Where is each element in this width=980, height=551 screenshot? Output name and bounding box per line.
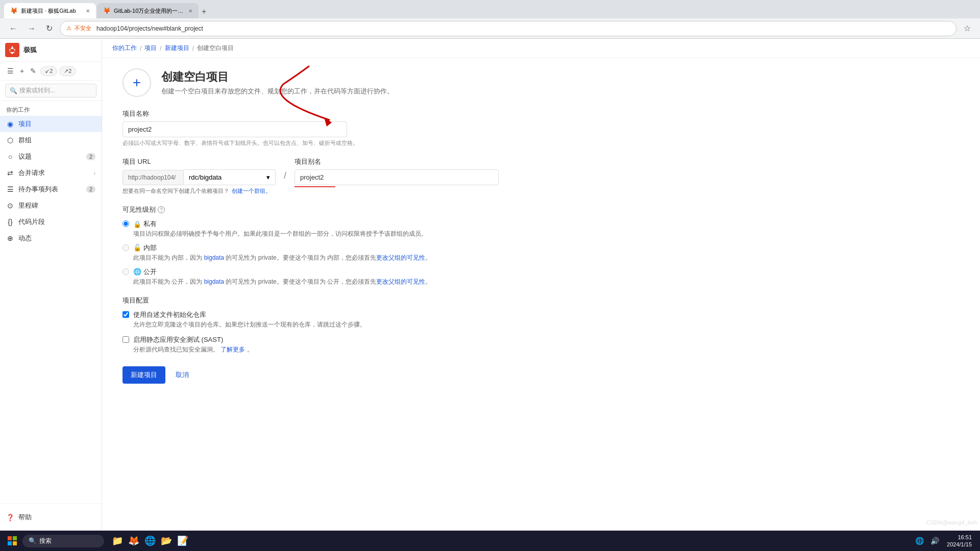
radio-internal-label[interactable]: 🔓 内部 bbox=[133, 243, 431, 253]
radio-item-public: 🌐 公开 此项目不能为 公开，因为 bigdata 的可见性为 private。… bbox=[122, 267, 541, 286]
url-field-wrapper: rdc/bigdata ▾ bbox=[122, 169, 276, 185]
breadcrumb-item-projects[interactable]: 项目 bbox=[144, 44, 157, 53]
tab2-favicon: 🦊 bbox=[103, 7, 111, 14]
radio-private-content: 🔒 私有 项目访问权限必须明确授予予每个用户。如果此项目是一个群组的一部分，访问… bbox=[133, 219, 427, 238]
checkbox-item-init: 使用自述文件初始化仓库 允许您立即克隆这个项目的仓库。如果您计划推送一个现有的仓… bbox=[122, 310, 541, 329]
browser-tabs: 🦊 新建项目 · 极狐GitLab ✕ 🦊 GitLab-10万企业使用的一站式… bbox=[4, 0, 208, 18]
url-display: hadoop104/projects/new#blank_project bbox=[96, 25, 203, 32]
counter-badge-2[interactable]: ↗ 2 bbox=[59, 66, 76, 76]
visibility-title: 可见性级别 ? bbox=[122, 205, 541, 214]
sidebar-brand-label: 极狐 bbox=[23, 45, 37, 55]
radio-private-label[interactable]: 🔒 私有 bbox=[133, 219, 427, 229]
counter1-icon: ↙ bbox=[45, 68, 50, 74]
bookmark-button[interactable]: ☆ bbox=[961, 21, 974, 35]
tab2-close-btn[interactable]: ✕ bbox=[188, 8, 192, 14]
sidebar-add-btn[interactable]: + bbox=[18, 65, 26, 77]
slug-underline bbox=[295, 186, 335, 187]
url-bar[interactable]: ⚠ 不安全 hadoop104/projects/new#blank_proje… bbox=[60, 21, 957, 36]
project-slug-label: 项目别名 bbox=[295, 157, 541, 166]
sidebar-item-activity[interactable]: ⊕ 动态 bbox=[0, 230, 102, 246]
tab-favicon: 🦊 bbox=[10, 7, 18, 14]
url-prefix-input[interactable] bbox=[122, 170, 184, 185]
page-header: + 创建空白项目 创建一个空白项目来存放您的文件、规划您的工作，并在代码等方面进… bbox=[122, 68, 541, 97]
sidebar-toggle-btn[interactable]: ☰ bbox=[5, 65, 16, 77]
checkbox-sast-label[interactable]: 启用静态应用安全测试 (SAST) bbox=[133, 336, 223, 343]
sidebar-item-projects[interactable]: ◉ 项目 bbox=[0, 116, 102, 132]
breadcrumb-sep-2: / bbox=[160, 45, 161, 52]
counter1-value: 2 bbox=[50, 68, 53, 74]
breadcrumb-sep-3: / bbox=[192, 45, 194, 52]
checkbox-init-label[interactable]: 使用自述文件初始化仓库 bbox=[133, 311, 206, 318]
tab-active[interactable]: 🦊 新建项目 · 极狐GitLab ✕ bbox=[4, 3, 96, 18]
counter2-value: 2 bbox=[68, 68, 71, 74]
page-title: 创建空白项目 bbox=[161, 69, 394, 85]
radio-public[interactable] bbox=[122, 268, 129, 275]
main-content: 你的工作 / 项目 / 新建项目 / 创建空白项目 + 创建空白项目 创建一个空… bbox=[102, 39, 980, 531]
url-group: 项目 URL rdc/bigdata ▾ 想要在同一命名空间下创建几个依赖项目？… bbox=[122, 157, 276, 195]
sidebar-item-groups-label: 群组 bbox=[18, 136, 32, 145]
sidebar-item-merge[interactable]: ⇄ 合并请求 › bbox=[0, 165, 102, 181]
tab-label: 新建项目 · 极狐GitLab bbox=[21, 7, 76, 15]
url-slash-separator: / bbox=[284, 157, 286, 181]
radio-internal-content: 🔓 内部 此项目不能为 内部，因为 bigdata 的可见性为 private。… bbox=[133, 243, 431, 262]
tab-inactive[interactable]: 🦊 GitLab-10万企业使用的一站式... ✕ bbox=[97, 3, 199, 18]
sidebar-search-btn[interactable]: ✎ bbox=[28, 65, 38, 77]
project-slug-input[interactable] bbox=[295, 169, 499, 185]
checkbox-init-content: 使用自述文件初始化仓库 允许您立即克隆这个项目的仓库。如果您计划推送一个现有的仓… bbox=[133, 310, 366, 329]
sidebar-item-snippets-label: 代码片段 bbox=[18, 217, 45, 227]
url-namespace-dropdown[interactable]: rdc/bigdata ▾ bbox=[184, 169, 276, 185]
radio-public-content: 🌐 公开 此项目不能为 公开，因为 bigdata 的可见性为 private。… bbox=[133, 267, 431, 286]
activity-icon: ⊕ bbox=[6, 234, 14, 242]
radio-private[interactable] bbox=[122, 220, 129, 227]
forward-button[interactable]: → bbox=[24, 22, 39, 35]
issues-icon: ○ bbox=[6, 153, 14, 161]
internal-change-visibility-link[interactable]: 更改父组的可见性 bbox=[376, 254, 425, 261]
reload-button[interactable]: ↻ bbox=[43, 21, 56, 35]
csdn-watermark: CSDN@wang4_boh bbox=[923, 518, 980, 527]
page-body: + 创建空白项目 创建一个空白项目来存放您的文件、规划您的工作，并在代码等方面进… bbox=[102, 58, 561, 394]
radio-internal[interactable] bbox=[122, 244, 129, 251]
tab-close-btn[interactable]: ✕ bbox=[86, 8, 90, 14]
create-group-link[interactable]: 创建一个群组。 bbox=[232, 188, 271, 194]
learn-more-link[interactable]: 了解更多 bbox=[220, 346, 245, 353]
visibility-info-icon[interactable]: ? bbox=[158, 206, 165, 213]
search-field[interactable]: 🔍 搜索或转到... bbox=[5, 84, 96, 97]
new-tab-button[interactable]: + bbox=[200, 5, 208, 18]
radio-item-internal: 🔓 内部 此项目不能为 内部，因为 bigdata 的可见性为 private。… bbox=[122, 243, 541, 262]
todos-badge: 2 bbox=[86, 186, 95, 193]
url-hint: 想要在同一命名空间下创建几个依赖项目？ 创建一个群组。 bbox=[122, 187, 276, 195]
public-bigdata-link[interactable]: bigdata bbox=[204, 278, 224, 285]
project-name-input[interactable] bbox=[122, 121, 347, 137]
radio-item-private: 🔒 私有 项目访问权限必须明确授予予每个用户。如果此项目是一个群组的一部分，访问… bbox=[122, 219, 541, 238]
counter-badge-1[interactable]: ↙ 2 bbox=[40, 66, 57, 76]
search-box: 🔍 搜索或转到... bbox=[0, 81, 102, 101]
radio-group: 🔒 私有 项目访问权限必须明确授予予每个用户。如果此项目是一个群组的一部分，访问… bbox=[122, 219, 541, 286]
dropdown-arrow-icon: ▾ bbox=[266, 173, 270, 181]
checkbox-sast[interactable] bbox=[122, 336, 129, 343]
cancel-button[interactable]: 取消 bbox=[170, 366, 194, 384]
internal-bigdata-link[interactable]: bigdata bbox=[204, 254, 224, 261]
sidebar-item-snippets[interactable]: {} 代码片段 bbox=[0, 214, 102, 230]
checkbox-init[interactable] bbox=[122, 311, 129, 318]
sidebar-item-issues[interactable]: ○ 议题 2 bbox=[0, 148, 102, 165]
project-name-label: 项目名称 bbox=[122, 109, 541, 118]
back-button[interactable]: ← bbox=[6, 22, 20, 35]
page-subtitle: 创建一个空白项目来存放您的文件、规划您的工作，并在代码等方面进行协作。 bbox=[161, 87, 394, 96]
milestones-icon: ⊙ bbox=[6, 202, 14, 210]
sidebar-item-groups[interactable]: ⬡ 群组 bbox=[0, 132, 102, 148]
url-row: 项目 URL rdc/bigdata ▾ 想要在同一命名空间下创建几个依赖项目？… bbox=[122, 157, 541, 195]
url-namespace-value: rdc/bigdata bbox=[189, 173, 222, 181]
public-change-visibility-link[interactable]: 更改父组的可见性 bbox=[376, 278, 425, 285]
sidebar-item-milestones[interactable]: ⊙ 里程碑 bbox=[0, 197, 102, 214]
name-field-wrapper bbox=[122, 121, 541, 137]
radio-public-label[interactable]: 🌐 公开 bbox=[133, 267, 431, 277]
breadcrumb-item-new[interactable]: 新建项目 bbox=[165, 44, 189, 53]
snippets-icon: {} bbox=[6, 218, 14, 226]
breadcrumb-item-work[interactable]: 你的工作 bbox=[112, 44, 137, 53]
submit-button[interactable]: 新建项目 bbox=[122, 366, 165, 384]
sidebar-item-todos[interactable]: ☰ 待办事项列表 2 bbox=[0, 181, 102, 197]
address-bar: ← → ↻ ⚠ 不安全 hadoop104/projects/new#blank… bbox=[0, 18, 980, 39]
project-name-hint: 必须以小写或大写字母、数字、表情符号或下划线开头。也可以包含点、加号、破折号或空… bbox=[122, 139, 541, 147]
radio-internal-desc: 此项目不能为 内部，因为 bigdata 的可见性为 private。要使这个项… bbox=[133, 254, 431, 262]
sidebar-item-help[interactable]: ❓ 帮助 bbox=[6, 509, 95, 525]
